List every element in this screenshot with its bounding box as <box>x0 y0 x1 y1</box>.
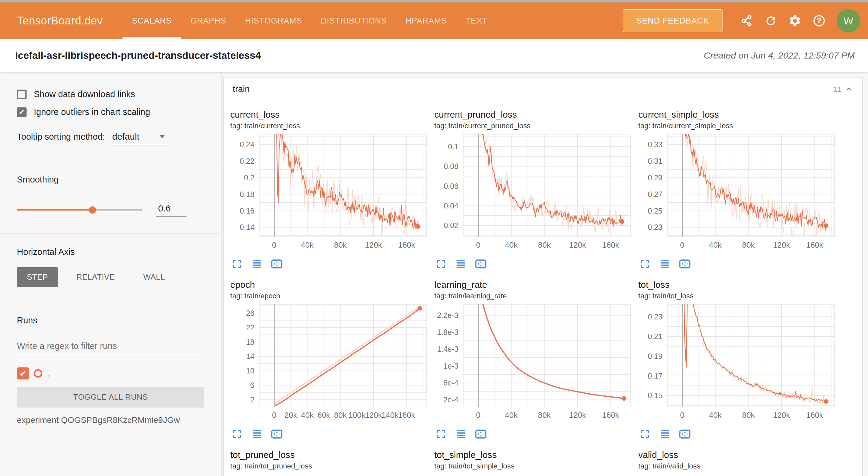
tab-distributions[interactable]: DISTRIBUTIONS <box>311 2 396 39</box>
share-icon[interactable] <box>738 12 755 30</box>
smoothing-value-input[interactable]: 0.6 <box>156 203 187 217</box>
expand-chart-button[interactable] <box>434 427 447 441</box>
chart-plot[interactable] <box>434 473 633 476</box>
toggle-all-runs-button[interactable]: TOGGLE ALL RUNS <box>17 387 204 408</box>
chart-plot[interactable]: 2e-46e-41e-31.4e-31.8e-32.2e-3040k80k120… <box>434 303 633 422</box>
runs-filter-input[interactable] <box>17 339 204 355</box>
user-avatar[interactable]: W <box>837 9 860 33</box>
fit-domain-button[interactable] <box>474 427 488 441</box>
charts-grid: current_loss tag: train/current_loss 0.1… <box>224 101 862 476</box>
chart-tag: tag: train/current_simple_loss <box>638 122 842 130</box>
chart-title: tot_simple_loss <box>434 450 638 460</box>
chart-plot[interactable] <box>638 473 838 476</box>
refresh-icon[interactable] <box>762 12 780 30</box>
list-icon <box>659 258 670 269</box>
experiment-title: icefall-asr-librispeech-pruned-transduce… <box>15 50 261 61</box>
svg-text:0.19: 0.19 <box>648 352 662 360</box>
nav-tabs: SCALARSGRAPHSHISTOGRAMSDISTRIBUTIONSHPAR… <box>123 2 497 39</box>
run-checkbox[interactable]: ✔ <box>17 368 29 379</box>
data-table-button[interactable] <box>250 257 264 271</box>
chart-plot[interactable]: 0.020.040.060.080.1040k80k120k160k <box>434 132 633 252</box>
tooltip-sorting-label: Tooltip sorting method: <box>17 132 105 142</box>
fit-domain-button[interactable] <box>474 257 488 271</box>
svg-text:80k: 80k <box>334 241 347 250</box>
expand-chart-button[interactable] <box>434 257 447 271</box>
axis-option-wall[interactable]: WALL <box>133 267 175 287</box>
chart-tag: tag: train/current_pruned_loss <box>434 122 638 130</box>
run-row[interactable]: ✔ . <box>17 368 204 379</box>
tab-graphs[interactable]: GRAPHS <box>181 2 236 39</box>
train-section-header[interactable]: train 11 <box>224 77 862 101</box>
fit-domain-button[interactable] <box>270 257 283 271</box>
list-icon <box>456 429 466 440</box>
tab-hparams[interactable]: HPARAMS <box>396 2 456 39</box>
data-table-button[interactable] <box>250 427 264 441</box>
fit-domain-button[interactable] <box>270 427 283 441</box>
chart-plot[interactable]: 0.140.160.180.20.220.24040k80k120k160k <box>230 132 430 252</box>
svg-text:160k: 160k <box>602 411 619 420</box>
tab-scalars[interactable]: SCALARS <box>123 2 181 39</box>
checkbox-icon[interactable]: ✔ <box>17 107 27 117</box>
expand-chart-button[interactable] <box>230 257 244 271</box>
svg-text:160k: 160k <box>602 241 619 250</box>
axis-option-step[interactable]: STEP <box>17 267 58 287</box>
chart-card: valid_loss tag: train/valid_loss <box>638 450 842 476</box>
section-count: 11 <box>834 85 841 94</box>
svg-text:0: 0 <box>476 241 480 250</box>
data-table-button[interactable] <box>454 257 467 271</box>
svg-text:0.31: 0.31 <box>648 157 662 165</box>
chart-title: current_simple_loss <box>638 109 842 120</box>
svg-text:60k: 60k <box>317 411 331 420</box>
svg-text:120k: 120k <box>365 411 382 420</box>
chart-plot[interactable]: 0.150.170.190.210.23040k80k120k160k <box>638 303 838 422</box>
settings-icon[interactable] <box>786 12 804 30</box>
chart-plot[interactable]: 0.230.250.270.290.310.33040k80k120k160k <box>638 132 838 252</box>
chart-toolbar <box>434 257 638 271</box>
collapse-chevron-icon[interactable] <box>844 85 853 94</box>
svg-text:40k: 40k <box>709 241 722 250</box>
svg-text:160k: 160k <box>398 241 415 250</box>
tab-text[interactable]: TEXT <box>456 2 497 39</box>
fit-domain-button[interactable] <box>678 427 691 441</box>
expand-chart-button[interactable] <box>638 257 652 271</box>
smoothing-slider[interactable] <box>17 209 143 211</box>
svg-text:1e-3: 1e-3 <box>443 362 459 370</box>
horizontal-axis-label: Horizontal Axis <box>17 247 204 257</box>
help-icon[interactable]: ? <box>810 12 828 30</box>
show-download-links-row[interactable]: Show data download links <box>17 89 204 99</box>
checkbox-label: Ignore outliers in chart scaling <box>34 107 150 117</box>
svg-text:18: 18 <box>246 338 254 346</box>
svg-text:6: 6 <box>250 381 254 389</box>
svg-text:0.33: 0.33 <box>648 140 662 149</box>
axis-option-relative[interactable]: RELATIVE <box>66 267 125 287</box>
fit-to-data-icon <box>474 258 487 269</box>
expand-chart-button[interactable] <box>230 427 244 441</box>
fit-domain-button[interactable] <box>678 257 691 271</box>
checkbox-icon[interactable] <box>17 90 27 99</box>
svg-text:0: 0 <box>680 241 684 250</box>
svg-text:0.16: 0.16 <box>240 207 254 215</box>
chart-card: current_loss tag: train/current_loss 0.1… <box>230 109 434 271</box>
svg-text:1.4e-3: 1.4e-3 <box>437 345 459 353</box>
tab-histograms[interactable]: HISTOGRAMS <box>236 2 311 39</box>
data-table-button[interactable] <box>658 427 672 441</box>
run-color-swatch <box>34 369 42 378</box>
expand-chart-button[interactable] <box>638 427 652 441</box>
chart-title: learning_rate <box>434 280 638 290</box>
slider-handle[interactable] <box>89 206 96 214</box>
window-edge <box>0 0 868 2</box>
tooltip-sorting-select[interactable]: default <box>111 131 166 146</box>
list-icon <box>251 258 262 269</box>
svg-text:80k: 80k <box>538 411 551 420</box>
svg-text:0.02: 0.02 <box>444 221 459 229</box>
send-feedback-button[interactable]: SEND FEEDBACK <box>623 9 722 32</box>
chart-plot[interactable] <box>230 473 430 476</box>
data-table-button[interactable] <box>454 427 467 441</box>
ignore-outliers-row[interactable]: ✔ Ignore outliers in chart scaling <box>17 107 204 117</box>
chart-card: current_simple_loss tag: train/current_s… <box>638 109 842 271</box>
svg-text:40k: 40k <box>301 411 314 420</box>
data-table-button[interactable] <box>658 257 672 271</box>
list-icon <box>659 429 670 440</box>
svg-text:0.2: 0.2 <box>244 173 254 182</box>
chart-plot[interactable]: 261014182226020k40k60k80k100k120k140k160… <box>230 303 430 422</box>
